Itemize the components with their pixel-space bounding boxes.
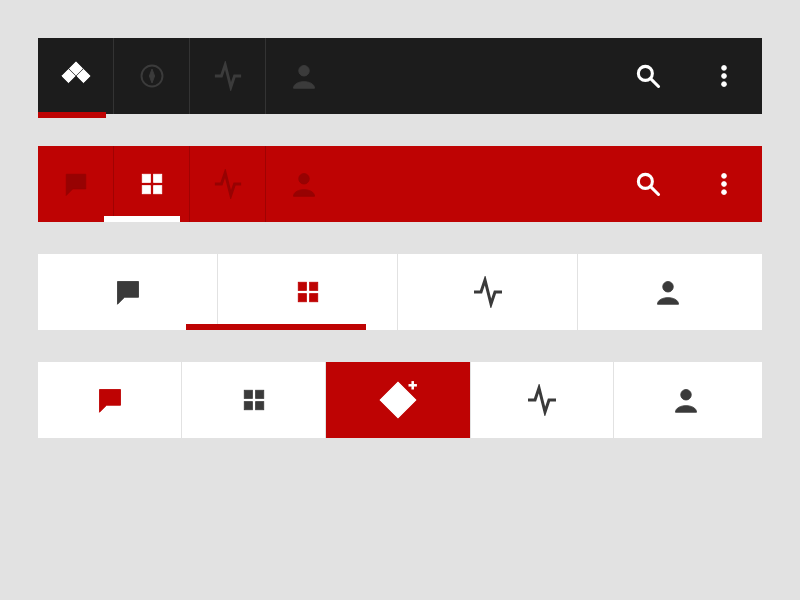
active-tab-indicator — [38, 112, 106, 118]
activity-icon — [472, 276, 504, 308]
tab-activity[interactable] — [190, 146, 266, 222]
activity-icon — [213, 61, 243, 91]
search-icon — [634, 170, 662, 198]
tab-activity[interactable] — [398, 254, 578, 330]
tab-add[interactable] — [326, 362, 470, 438]
search-button[interactable] — [610, 38, 686, 114]
tab-profile[interactable] — [578, 254, 758, 330]
user-icon — [290, 170, 318, 198]
grid-icon — [295, 279, 321, 305]
tab-activity[interactable] — [470, 362, 614, 438]
more-vertical-icon — [711, 171, 737, 197]
user-icon — [672, 386, 700, 414]
tab-grid[interactable] — [182, 362, 326, 438]
tab-profile[interactable] — [614, 362, 758, 438]
more-button[interactable] — [686, 146, 762, 222]
compass-icon — [138, 62, 166, 90]
toolbar-red — [38, 146, 762, 222]
tab-activity[interactable] — [190, 38, 266, 114]
tab-chat[interactable] — [38, 146, 114, 222]
active-tab-indicator — [104, 216, 180, 222]
chat-icon — [114, 278, 142, 306]
tab-chat[interactable] — [38, 362, 182, 438]
tab-grid[interactable] — [114, 146, 190, 222]
tab-profile[interactable] — [266, 38, 342, 114]
tab-explore[interactable] — [114, 38, 190, 114]
search-icon — [634, 62, 662, 90]
diamond-tiles-icon — [61, 61, 91, 91]
tab-grid[interactable] — [218, 254, 398, 330]
toolbar-dark — [38, 38, 762, 114]
grid-icon — [139, 171, 165, 197]
toolbar-white-underline — [38, 254, 762, 330]
activity-icon — [526, 384, 558, 416]
tab-profile[interactable] — [266, 146, 342, 222]
user-icon — [290, 62, 318, 90]
more-button[interactable] — [686, 38, 762, 114]
active-tab-indicator — [186, 324, 366, 330]
user-icon — [654, 278, 682, 306]
search-button[interactable] — [610, 146, 686, 222]
chat-icon — [96, 386, 124, 414]
grid-icon — [241, 387, 267, 413]
activity-icon — [213, 169, 243, 199]
tab-chat[interactable] — [38, 254, 218, 330]
chat-icon — [63, 171, 89, 197]
more-vertical-icon — [711, 63, 737, 89]
tab-home[interactable] — [38, 38, 114, 114]
diamond-add-icon — [377, 379, 419, 421]
toolbar-white-block — [38, 362, 762, 438]
